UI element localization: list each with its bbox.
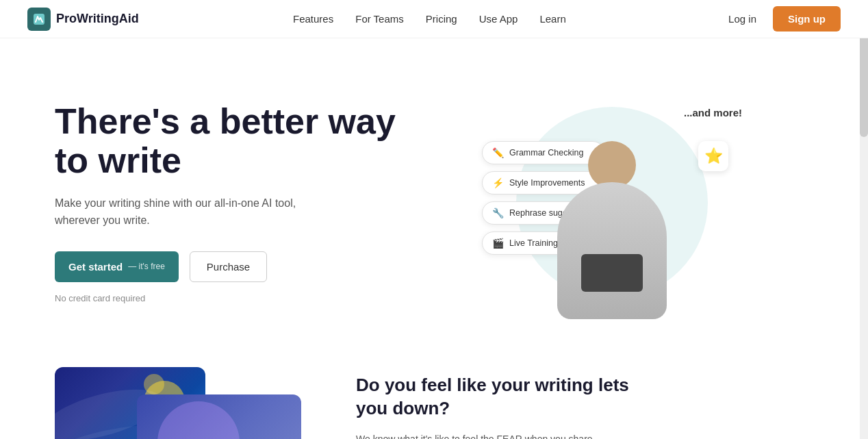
logo-icon	[27, 8, 51, 31]
purchase-button[interactable]: Purchase	[190, 251, 267, 282]
hero-content: There's a better way to write Make your …	[55, 102, 411, 303]
nav-pricing[interactable]: Pricing	[426, 13, 457, 25]
camera-icon: 🎬	[492, 238, 504, 249]
get-started-button[interactable]: Get started — it's free	[55, 251, 179, 282]
nav-features[interactable]: Features	[293, 13, 333, 25]
and-more-text: ...and more!	[684, 107, 742, 118]
lightning-icon: ⚡	[492, 177, 504, 188]
hero-title: There's a better way to write	[55, 102, 411, 180]
scrollbar-track[interactable]	[860, 0, 868, 439]
nav-for-teams[interactable]: For Teams	[355, 13, 404, 25]
lower-title: Do you feel like your writing lets you d…	[356, 374, 630, 421]
navbar: ProWritingAid Features For Teams Pricing…	[0, 0, 868, 38]
no-credit-text: No credit card required	[55, 293, 411, 303]
nav-actions: Log in Sign up	[720, 6, 841, 32]
person-figure	[557, 141, 667, 319]
signup-button[interactable]: Sign up	[773, 6, 841, 32]
artwork-overlay	[137, 394, 301, 439]
wrench-icon: 🔧	[492, 208, 504, 218]
artwork-container: My idea in my head	[55, 367, 315, 439]
hero-section: There's a better way to write Make your …	[0, 38, 868, 353]
hero-subtitle: Make your writing shine with our all-in-…	[55, 195, 315, 229]
login-button[interactable]: Log in	[720, 8, 765, 30]
hero-buttons: Get started — it's free Purchase	[55, 251, 411, 282]
nav-learn[interactable]: Learn	[539, 13, 565, 25]
lower-text: We know what it's like to feel the FEAR …	[356, 431, 630, 439]
illustration-container: ✏️ Grammar Checking ⚡ Style Improvements…	[482, 86, 742, 319]
star-badge: ⭐	[698, 141, 728, 171]
hero-illustration: ✏️ Grammar Checking ⚡ Style Improvements…	[411, 79, 813, 326]
lower-content: Do you feel like your writing lets you d…	[356, 367, 813, 439]
brand-name: ProWritingAid	[56, 12, 139, 26]
nav-use-app[interactable]: Use App	[479, 13, 518, 25]
pencil-icon: ✏️	[492, 147, 504, 158]
nav-links: Features For Teams Pricing Use App Learn	[293, 13, 566, 25]
lower-section: My idea in my head Do you feel like your…	[0, 353, 868, 439]
logo-link[interactable]: ProWritingAid	[27, 8, 139, 31]
